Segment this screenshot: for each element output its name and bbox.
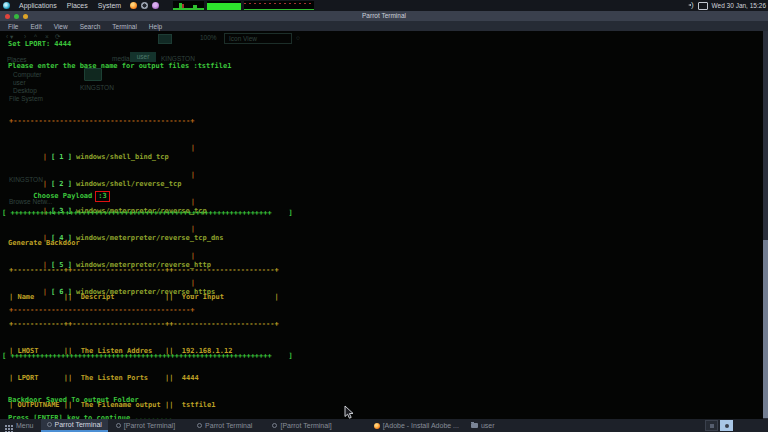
- pipe: |: [191, 198, 195, 207]
- progress-bar-1: [ ++++++++++++++++++++++++++++++++++++++…: [2, 209, 293, 218]
- task-parrot-terminal-min-1[interactable]: [Parrot Terminal]: [110, 420, 181, 431]
- table-row: | LPORT || The Listen Ports || 4444: [9, 374, 312, 383]
- terminal-task-icon: [272, 423, 277, 428]
- menu-view[interactable]: View: [54, 23, 68, 30]
- payload-name: windows/shell_bind_tcp: [76, 153, 169, 161]
- window-title: Parrot Terminal: [0, 12, 768, 19]
- pipe: |: [191, 171, 195, 180]
- firefox-task-icon: [374, 423, 380, 429]
- taskbar-menu-button[interactable]: Menu: [0, 419, 39, 432]
- top-panel: Applications Places System Wed 30 Jan, 1…: [0, 0, 768, 11]
- payload-option-4: |[ 4 ]windows/meterpreter/reverse_tcp_dn…: [9, 225, 195, 234]
- menu-help[interactable]: Help: [149, 23, 162, 30]
- payload-option-1: |[ 1 ]windows/shell_bind_tcp|: [9, 144, 195, 153]
- task-label: Parrot Terminal: [55, 421, 102, 428]
- workspace-2-active[interactable]: [720, 420, 733, 431]
- table-header-row: | Name || Descript || Your Input |: [9, 293, 312, 302]
- terminal-launcher-icon[interactable]: [141, 2, 148, 9]
- task-adobe-install[interactable]: [Adobe - Install Adobe ...: [368, 420, 465, 431]
- task-user-folder[interactable]: user: [465, 420, 501, 431]
- base-name-prompt-line: Please enter the base name for output fi…: [8, 62, 231, 71]
- choose-payload-label: Choose Payload: [33, 192, 92, 200]
- display-icon[interactable]: [698, 2, 708, 10]
- ghost-folder-icon: [158, 34, 172, 44]
- backdoor-saved-line: Backdoor Saved To output Folder: [8, 396, 139, 405]
- payload-name: windows/meterpreter/reverse_tcp_dns: [76, 234, 224, 242]
- menu-label: Menu: [16, 422, 34, 429]
- volume-icon[interactable]: [686, 2, 694, 9]
- table-border: +------------++----------------------++-…: [9, 320, 312, 329]
- menu-edit[interactable]: Edit: [30, 23, 41, 30]
- terminal-task-icon: [47, 422, 52, 427]
- task-parrot-terminal-min-3[interactable]: [Parrot Terminal]: [266, 420, 337, 431]
- terminal-output-area[interactable]: ‹ ▾ › ^ × ⟳ 100% Icon View ○ media user …: [0, 31, 768, 419]
- choose-payload-value-annotation: :3: [95, 191, 109, 202]
- task-parrot-terminal-active[interactable]: Parrot Terminal: [41, 419, 108, 432]
- scrollbar-thumb[interactable]: [763, 240, 768, 418]
- progress-bar-2: [ ++++++++++++++++++++++++++++++++++++++…: [2, 352, 293, 361]
- network-monitor-applet[interactable]: [244, 1, 314, 10]
- menu-file[interactable]: File: [8, 23, 18, 30]
- parrot-logo-icon[interactable]: [3, 2, 10, 9]
- menu-terminal[interactable]: Terminal: [112, 23, 137, 30]
- backdoor-config-table: +------------++----------------------++-…: [9, 248, 312, 419]
- package-launcher-icon[interactable]: [152, 2, 159, 9]
- pipe: |: [43, 153, 47, 161]
- choose-payload-line: Choose Payload:3: [8, 182, 110, 211]
- task-label: Parrot Terminal: [205, 422, 252, 429]
- menu-grid-icon: [5, 425, 7, 427]
- task-label: user: [481, 422, 495, 429]
- firefox-launcher-icon[interactable]: [130, 2, 137, 9]
- pipe: |: [191, 225, 195, 234]
- workspace-switcher: [705, 420, 733, 431]
- task-parrot-terminal-2[interactable]: Parrot Terminal: [191, 420, 258, 431]
- clock[interactable]: Wed 30 Jan, 15:26: [712, 2, 766, 9]
- places-menu[interactable]: Places: [62, 2, 93, 9]
- applications-menu[interactable]: Applications: [14, 2, 62, 9]
- ghost-view-mode-dropdown: Icon View: [224, 33, 292, 44]
- system-menu[interactable]: System: [93, 2, 126, 9]
- terminal-menubar: File Edit View Search Terminal Help: [0, 21, 768, 31]
- payload-number: [ 1 ]: [51, 153, 72, 161]
- payload-box-border: +---------------------------------------…: [9, 117, 195, 126]
- terminal-task-icon: [197, 423, 202, 428]
- pipe: |: [191, 144, 195, 153]
- menu-search[interactable]: Search: [80, 23, 101, 30]
- generate-backdoor-title: Generate Backdoor: [8, 239, 80, 248]
- ghost-zoom-level: 100%: [200, 33, 217, 42]
- memory-monitor-applet[interactable]: [207, 1, 241, 10]
- set-lport-line: Set LPORT: 4444: [8, 40, 71, 49]
- cpu-monitor-applet[interactable]: [173, 1, 204, 10]
- ghost-search-icon: ○: [296, 33, 300, 42]
- taskbar: Menu Parrot Terminal [Parrot Terminal] P…: [0, 419, 768, 432]
- payload-option-2: |[ 2 ]windows/shell/reverse_tcp|: [9, 171, 195, 180]
- task-label: [Parrot Terminal]: [124, 422, 175, 429]
- ghost-kingston-label: KINGSTON: [80, 83, 114, 92]
- table-border: +------------++----------------------++-…: [9, 266, 312, 275]
- desktop: Applications Places System Wed 30 Jan, 1…: [0, 0, 768, 432]
- terminal-titlebar[interactable]: Parrot Terminal: [0, 11, 768, 21]
- task-label: [Parrot Terminal]: [280, 422, 331, 429]
- ghost-path-user: user: [130, 52, 156, 62]
- folder-task-icon: [471, 423, 478, 428]
- task-label: [Adobe - Install Adobe ...: [383, 422, 459, 429]
- terminal-task-icon: [116, 423, 121, 428]
- mouse-cursor: [344, 405, 355, 420]
- workspace-1[interactable]: [705, 420, 718, 431]
